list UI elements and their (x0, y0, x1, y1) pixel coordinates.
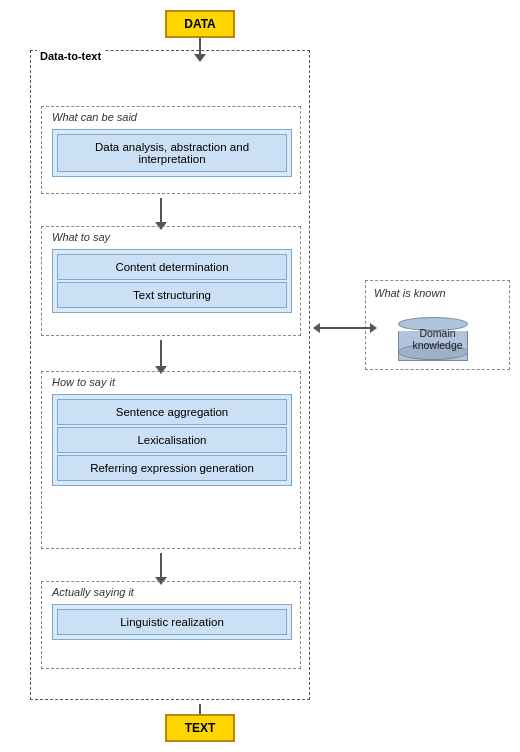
text-box: TEXT (165, 714, 235, 742)
sec2-label: What to say (52, 231, 110, 243)
sec2-content-determination: Content determination (57, 254, 287, 280)
sec4-linguistic-realization: Linguistic realization (57, 609, 287, 635)
sec4-group: Linguistic realization (52, 604, 292, 640)
section-actually-saying-it: Actually saying it Linguistic realizatio… (41, 581, 301, 669)
data-box: DATA (165, 10, 235, 38)
domain-knowledge-box: What is known Domain knowledge (365, 280, 510, 370)
main-box: Data-to-text What can be said Data analy… (30, 50, 310, 700)
sec2-group: Content determination Text structuring (52, 249, 292, 313)
sec2-text-structuring: Text structuring (57, 282, 287, 308)
double-arrow-domain (313, 323, 377, 333)
section-what-to-say: What to say Content determination Text s… (41, 226, 301, 336)
sec3-group: Sentence aggregation Lexicalisation Refe… (52, 394, 292, 486)
sec3-label: How to say it (52, 376, 115, 388)
sec1-content-box: Data analysis, abstraction and interpret… (57, 134, 287, 172)
domain-what-is-known-label: What is known (374, 287, 446, 299)
sec1-group: Data analysis, abstraction and interpret… (52, 129, 292, 177)
sec3-referring-expression: Referring expression generation (57, 455, 287, 481)
main-box-label: Data-to-text (37, 50, 104, 62)
sec4-label: Actually saying it (52, 586, 134, 598)
diagram-container: DATA Data-to-text What can be said Data … (10, 10, 510, 742)
sec3-lexicalisation: Lexicalisation (57, 427, 287, 453)
sec1-label: What can be said (52, 111, 137, 123)
data-label: DATA (184, 17, 216, 31)
domain-knowledge-cylinder: Domain knowledge (398, 317, 478, 361)
section-what-can-be-said: What can be said Data analysis, abstract… (41, 106, 301, 194)
sec3-sentence-aggregation: Sentence aggregation (57, 399, 287, 425)
arrow-sec2-to-sec3 (155, 340, 167, 374)
section-how-to-say-it: How to say it Sentence aggregation Lexic… (41, 371, 301, 549)
domain-knowledge-label: Domain knowledge (398, 327, 478, 351)
text-label: TEXT (185, 721, 216, 735)
